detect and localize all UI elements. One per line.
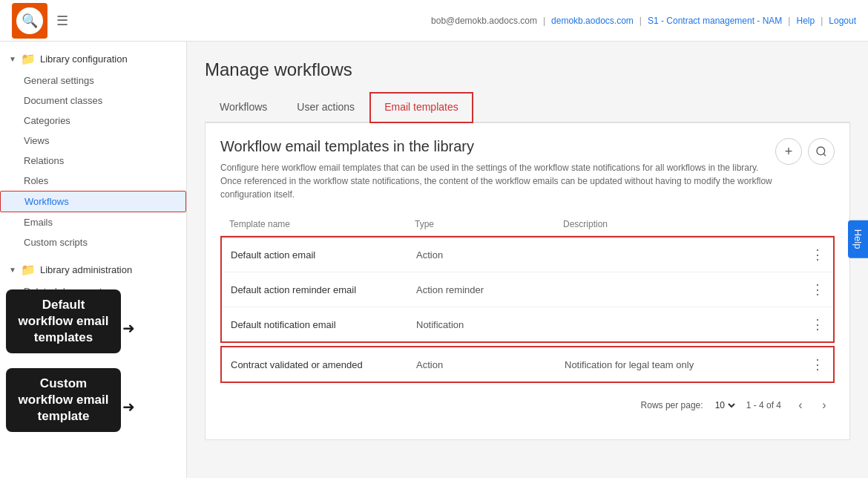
library-config-label: Library configuration — [40, 53, 128, 65]
row-menu-2[interactable]: ⋮ — [795, 316, 824, 333]
callout-custom: Custom workflow email template — [6, 368, 121, 432]
callout-default: Default workflow email templates — [6, 289, 121, 353]
sidebar-item-workflows[interactable]: Workflows — [0, 191, 186, 212]
sidebar-item-categories[interactable]: Categories — [0, 111, 186, 131]
table-row: Contract validated or amended Action Not… — [222, 347, 833, 382]
user-email: bob@demokb.aodocs.com — [431, 16, 537, 26]
col-type: Type — [415, 219, 563, 229]
pagination: Rows per page: 10 25 50 1 - 4 of 4 ‹ › — [220, 386, 835, 425]
rows-per-page-select[interactable]: 10 25 50 — [712, 399, 737, 411]
row-name-1: Default action reminder email — [231, 284, 416, 295]
table-row: Default action reminder email Action rem… — [222, 272, 833, 307]
row-desc-3: Notification for legal team only — [565, 359, 795, 370]
table-container: Template name Type Description Default a… — [220, 213, 835, 383]
sidebar-item-document-classes[interactable]: Document classes — [0, 91, 186, 111]
next-page-button[interactable]: › — [814, 395, 835, 416]
library-admin-label: Library administration — [40, 264, 132, 275]
prev-page-button[interactable]: ‹ — [790, 395, 811, 416]
svg-point-0 — [817, 147, 825, 155]
top-bar-left: 🔍 ☰ — [12, 3, 68, 39]
top-bar: 🔍 ☰ bob@demokb.aodocs.com | demokb.aodoc… — [0, 0, 868, 42]
panel-title: Workflow email templates in the library — [220, 138, 775, 155]
table-row: Default notification email Notification … — [222, 307, 833, 341]
row-menu-0[interactable]: ⋮ — [795, 246, 824, 263]
app-name-link[interactable]: S1 - Contract management - NAM — [648, 16, 782, 26]
row-type-3: Action — [416, 359, 565, 370]
row-type-2: Notification — [416, 319, 565, 330]
search-button[interactable] — [808, 138, 835, 165]
callout-custom-text: Custom workflow email template — [19, 376, 109, 423]
pagination-range: 1 - 4 of 4 — [746, 400, 781, 410]
callout-default-text: Default workflow email templates — [19, 298, 109, 344]
default-templates-group: Default action email Action ⋮ Default ac… — [220, 236, 835, 343]
row-name-2: Default notification email — [231, 319, 416, 330]
chevron-down-icon-admin: ▼ — [9, 266, 16, 274]
panel-header-text: Workflow email templates in the library … — [220, 138, 775, 201]
help-link[interactable]: Help — [796, 16, 815, 26]
tab-email-templates[interactable]: Email templates — [369, 92, 473, 123]
folder-icon-admin: 📁 — [21, 263, 36, 277]
sidebar-item-relations[interactable]: Relations — [0, 151, 186, 171]
row-type-0: Action — [416, 249, 565, 261]
table-row: Default action email Action ⋮ — [222, 238, 833, 272]
add-template-button[interactable]: + — [775, 138, 802, 165]
rows-per-page-label: Rows per page: — [641, 400, 703, 410]
sidebar-item-roles[interactable]: Roles — [0, 171, 186, 191]
row-name-0: Default action email — [231, 249, 416, 261]
folder-icon: 📁 — [21, 52, 36, 66]
row-type-1: Action reminder — [416, 284, 565, 295]
sidebar-section-library-config[interactable]: ▼ 📁 Library configuration — [0, 48, 186, 71]
sidebar-section-library-admin[interactable]: ▼ 📁 Library administration — [0, 258, 186, 281]
top-bar-right: bob@demokb.aodocs.com | demokb.aodocs.co… — [431, 16, 856, 26]
panel-description: Configure here workflow email templates … — [220, 161, 775, 201]
sidebar-item-views[interactable]: Views — [0, 131, 186, 151]
page-title: Manage workflows — [205, 59, 850, 80]
panel: Workflow email templates in the library … — [205, 123, 850, 440]
tab-workflows[interactable]: Workflows — [205, 92, 282, 123]
sidebar-item-emails[interactable]: Emails — [0, 212, 186, 232]
pagination-nav: ‹ › — [790, 395, 835, 416]
chevron-down-icon: ▼ — [9, 55, 16, 63]
col-template-name: Template name — [229, 219, 415, 229]
logout-link[interactable]: Logout — [829, 16, 856, 26]
tab-user-actions[interactable]: User actions — [282, 92, 369, 123]
custom-templates-group: Contract validated or amended Action Not… — [220, 346, 835, 383]
callout-default-arrow: ➜ — [122, 319, 135, 337]
content-area: Manage workflows Workflows User actions … — [187, 42, 868, 478]
row-name-3: Contract validated or amended — [231, 359, 416, 370]
domain-link[interactable]: demokb.aodocs.com — [551, 16, 634, 26]
logo-icon: 🔍 — [22, 13, 38, 29]
hamburger-menu[interactable]: ☰ — [56, 13, 68, 29]
sidebar-item-custom-scripts[interactable]: Custom scripts — [0, 232, 186, 252]
tab-strip: Workflows User actions Email templates — [205, 92, 850, 123]
table-header: Template name Type Description — [220, 213, 835, 236]
row-menu-1[interactable]: ⋮ — [795, 281, 824, 298]
row-menu-3[interactable]: ⋮ — [795, 356, 824, 373]
svg-line-1 — [823, 154, 826, 156]
panel-actions: + — [775, 138, 835, 165]
callout-custom-arrow: ➜ — [122, 398, 135, 416]
help-sidebar-button[interactable]: Help — [848, 220, 868, 258]
col-description: Description — [563, 219, 796, 229]
app-logo: 🔍 — [12, 3, 47, 39]
panel-header: Workflow email templates in the library … — [220, 138, 835, 201]
sidebar-item-general-settings[interactable]: General settings — [0, 71, 186, 91]
